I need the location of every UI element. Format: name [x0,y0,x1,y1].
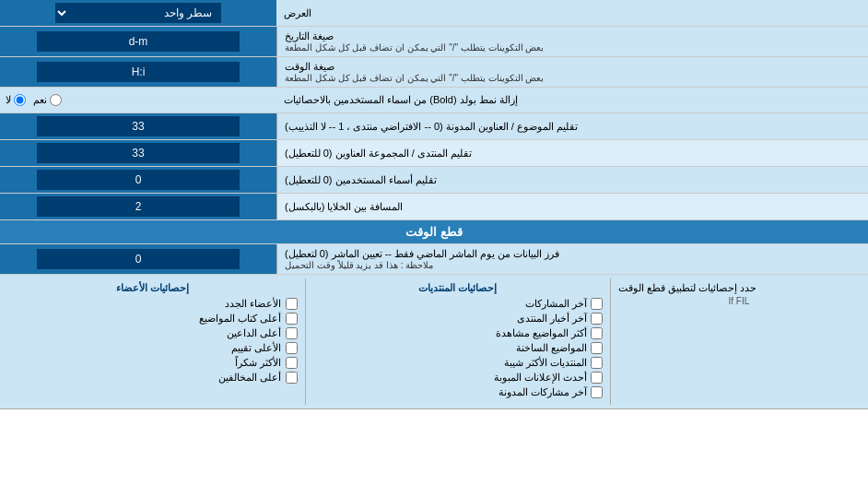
forum-stat-checkbox-6[interactable] [591,372,603,384]
member-stat-label-1: الأعضاء الجدد [225,298,281,310]
member-stat-checkbox-4[interactable] [286,342,298,354]
date-format-row: صيغة التاريخ بعض التكوينات يتطلب "/" الت… [0,27,868,57]
spacing-row: المسافة بين الخلايا (بالبكسل) [0,194,868,220]
topics-row: تقليم الموضوع / العناوين المدونة (0 -- ا… [0,113,868,140]
spacing-label: المسافة بين الخلايا (بالبكسل) [276,194,868,219]
main-container: العرض سطر واحد صيغة التاريخ بعض التكوينا… [0,0,868,409]
member-stat-label-2: أعلى كتاب المواضيع [199,313,281,325]
forum-stat-label-7: آخر مشاركات المدونة [499,386,587,398]
bold-no-label: لا [6,94,11,106]
list-item: المواضيع الساخنة [313,342,604,354]
list-item: آخر أخبار المنتدى [313,313,604,325]
users-label: تقليم أسماء المستخدمين (0 للتعطيل) [276,167,868,193]
topics-label: تقليم الموضوع / العناوين المدونة (0 -- ا… [276,113,868,139]
list-item: المنتديات الأكثر شيبة [313,357,604,369]
date-format-input-cell [0,27,276,56]
forum-stat-checkbox-3[interactable] [591,327,603,339]
cutoff-row: فرز البيانات من يوم الماشر الماضي فقط --… [0,244,868,275]
display-label: العرض [276,0,868,26]
checkbox-columns: إحصائيات المنتديات آخر المشاركات آخر أخب… [0,278,610,405]
list-item: الأعلى تقييم [7,342,298,354]
forum-stat-checkbox-4[interactable] [591,342,603,354]
time-format-input-cell [0,57,276,87]
list-item: الأكثر شكراً [7,357,298,369]
list-item: آخر مشاركات المدونة [313,386,604,398]
forum-stat-label-5: المنتديات الأكثر شيبة [504,357,587,369]
users-row: تقليم أسماء المستخدمين (0 للتعطيل) [0,167,868,194]
topics-input-cell [0,113,276,139]
cutoff-section-header: قطع الوقت [0,220,868,244]
list-item: أعلى المخالفين [7,372,298,384]
list-item: آخر المشاركات [313,298,604,310]
date-format-label: صيغة التاريخ بعض التكوينات يتطلب "/" الت… [276,27,868,56]
forum-stat-checkbox-7[interactable] [591,386,603,398]
member-stat-label-6: أعلى المخالفين [218,372,281,384]
users-input-cell [0,167,276,193]
member-stat-label-5: الأكثر شكراً [235,357,281,369]
list-item: الأعضاء الجدد [7,298,298,310]
display-dropdown[interactable]: سطر واحد [55,3,221,23]
member-stat-checkbox-3[interactable] [286,327,298,339]
forum-stat-label-1: آخر المشاركات [525,298,587,310]
forum-stat-checkbox-2[interactable] [591,313,603,325]
forum-label: تقليم المنتدى / المجموعة العناوين (0 للت… [276,140,868,166]
stats-section: حدد إحصائيات لتطبيق قطع الوقت If FIL إحص… [0,275,868,409]
bold-label: إزالة نمط بولد (Bold) من اسماء المستخدمي… [276,88,868,112]
member-stat-label-4: الأعلى تقييم [231,342,281,354]
bold-radio-cell: نعم لا [0,88,276,112]
bold-yes-option[interactable]: نعم [33,94,62,106]
forum-stat-label-2: آخر أخبار المنتدى [517,313,587,325]
list-item: أكثر المواضيع مشاهدة [313,327,604,339]
forum-input-cell [0,140,276,166]
forum-stat-checkbox-1[interactable] [591,298,603,310]
cutoff-input-cell [0,244,276,274]
members-stats-col: إحصائيات الأعضاء الأعضاء الجدد أعلى كتاب… [0,278,305,405]
member-stat-checkbox-5[interactable] [286,357,298,369]
forum-stat-label-6: أحدث الإعلانات المبوبة [494,372,587,384]
member-stat-checkbox-1[interactable] [286,298,298,310]
list-item: أحدث الإعلانات المبوبة [313,372,604,384]
list-item: أعلى الداعين [7,327,298,339]
list-item: أعلى كتاب المواضيع [7,313,298,325]
time-format-row: صيغة الوقت بعض التكوينات يتطلب "/" التي … [0,57,868,88]
bold-no-option[interactable]: لا [6,94,26,106]
spacing-input-cell [0,194,276,219]
display-row: العرض سطر واحد [0,0,868,27]
users-input[interactable] [37,170,240,190]
forum-stat-label-3: أكثر المواضيع مشاهدة [496,327,587,339]
bold-row: إزالة نمط بولد (Bold) من اسماء المستخدمي… [0,88,868,113]
member-stat-checkbox-6[interactable] [286,372,298,384]
forum-row: تقليم المنتدى / المجموعة العناوين (0 للت… [0,140,868,167]
bold-yes-label: نعم [33,94,47,106]
stats-limit-label: حدد إحصائيات لتطبيق قطع الوقت If FIL [610,278,868,405]
topics-input[interactable] [37,116,240,136]
forum-stat-checkbox-5[interactable] [591,357,603,369]
spacing-input[interactable] [37,196,240,217]
bold-no-radio[interactable] [14,94,26,106]
cutoff-label: فرز البيانات من يوم الماشر الماضي فقط --… [276,244,868,274]
cutoff-input[interactable] [37,249,240,269]
display-input-cell: سطر واحد [0,0,276,26]
member-stat-checkbox-2[interactable] [286,313,298,325]
forum-stat-label-4: المواضيع الساخنة [516,342,587,354]
member-stat-label-3: أعلى الداعين [227,327,281,339]
time-format-input[interactable] [37,62,240,82]
time-format-label: صيغة الوقت بعض التكوينات يتطلب "/" التي … [276,57,868,87]
forum-input[interactable] [37,143,240,163]
date-format-input[interactable] [37,31,240,52]
forum-stats-col: إحصائيات المنتديات آخر المشاركات آخر أخب… [305,278,611,405]
bold-yes-radio[interactable] [50,94,62,106]
